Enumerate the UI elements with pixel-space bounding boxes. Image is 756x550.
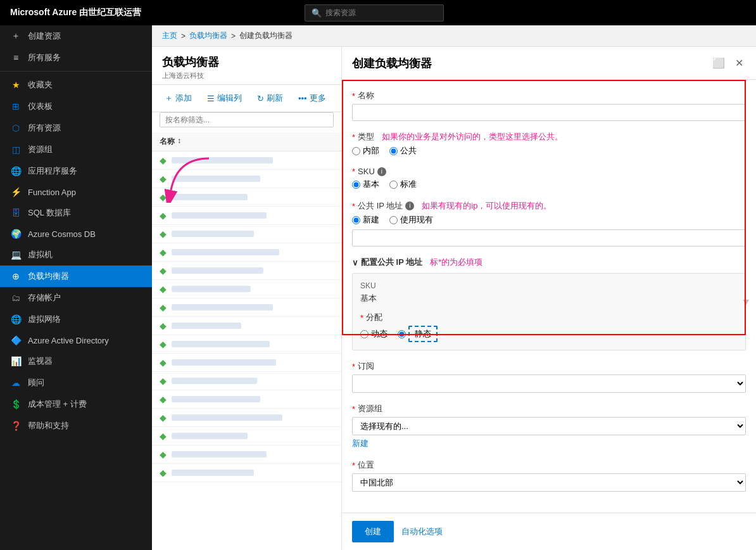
sidebar-item-advisor[interactable]: ☁ 顾问 bbox=[0, 372, 152, 393]
list-item[interactable]: ◆ bbox=[152, 298, 341, 317]
close-button[interactable]: ✕ bbox=[733, 54, 746, 72]
maximize-button[interactable]: ⬜ bbox=[710, 54, 728, 72]
sku-sub-label: SKU bbox=[360, 281, 738, 290]
name-required-star: * bbox=[352, 91, 355, 101]
sidebar-item-function-app[interactable]: ⚡ Function App bbox=[0, 182, 152, 202]
configure-ip-collapse-icon[interactable]: ∨ bbox=[352, 258, 358, 267]
public-ip-info-icon[interactable]: i bbox=[405, 201, 414, 210]
distribution-dynamic-option[interactable]: 动态 bbox=[360, 328, 387, 340]
app-services-icon: 🌐 bbox=[10, 166, 22, 176]
item-name-bar bbox=[172, 176, 260, 182]
sku-basic-radio[interactable] bbox=[352, 181, 360, 189]
lb-item-icon: ◆ bbox=[160, 174, 167, 184]
item-name-bar bbox=[172, 212, 267, 219]
refresh-button[interactable]: ↻ 刷新 bbox=[252, 90, 288, 106]
lb-item-icon: ◆ bbox=[160, 376, 167, 386]
edit-columns-button[interactable]: ☰ 编辑列 bbox=[202, 90, 247, 106]
lb-item-icon: ◆ bbox=[160, 192, 167, 202]
app-title: Microsoft Azure 由世纪互联运营 bbox=[10, 7, 141, 18]
sidebar-item-all-resources[interactable]: ⬡ 所有资源 bbox=[0, 117, 152, 139]
public-ip-existing-option[interactable]: 使用现有 bbox=[389, 214, 433, 226]
location-required-star: * bbox=[352, 461, 355, 470]
name-input[interactable] bbox=[352, 104, 746, 121]
sku-basic-option[interactable]: 基本 bbox=[352, 179, 379, 190]
sidebar-item-cosmos-db[interactable]: 🌍 Azure Cosmos DB bbox=[0, 224, 152, 244]
list-item[interactable]: ◆ bbox=[152, 243, 341, 262]
list-item[interactable]: ◆ bbox=[152, 335, 341, 354]
location-select[interactable]: 中国北部 中国东部 中国北部2 中国东部2 bbox=[352, 473, 746, 492]
distribution-dynamic-radio[interactable] bbox=[360, 330, 369, 338]
sku-standard-radio[interactable] bbox=[389, 181, 398, 189]
sku-standard-option[interactable]: 标准 bbox=[389, 179, 417, 190]
resource-group-select[interactable]: 选择现有的... bbox=[352, 417, 746, 435]
automation-button[interactable]: 自动化选项 bbox=[401, 526, 443, 537]
lb-item-icon: ◆ bbox=[160, 229, 167, 239]
list-item[interactable]: ◆ bbox=[152, 170, 341, 188]
list-item[interactable]: ◆ bbox=[152, 262, 341, 280]
type-label: * 类型 如果你的业务是对外访问的，类型这里选择公共。 bbox=[352, 131, 746, 143]
lb-item-icon: ◆ bbox=[160, 394, 167, 404]
list-item[interactable]: ◆ bbox=[152, 354, 341, 372]
sidebar-item-vnet[interactable]: 🌐 虚拟网络 bbox=[0, 309, 152, 330]
type-public-radio[interactable] bbox=[389, 147, 398, 155]
more-label: 更多 bbox=[310, 93, 326, 104]
distribution-static-option[interactable]: 静态 bbox=[398, 326, 438, 342]
list-item[interactable]: ◆ bbox=[152, 445, 341, 464]
subscription-select[interactable] bbox=[352, 374, 746, 393]
public-ip-input[interactable] bbox=[352, 229, 746, 246]
create-button[interactable]: 创建 bbox=[352, 521, 394, 542]
list-item[interactable]: ◆ bbox=[152, 317, 341, 335]
type-internal-option[interactable]: 内部 bbox=[352, 145, 379, 157]
list-item[interactable]: ◆ bbox=[152, 409, 341, 427]
ip-sub-section: SKU 基本 * 分配 动态 bbox=[352, 273, 746, 350]
sidebar-item-create[interactable]: ＋ 创建资源 bbox=[0, 25, 152, 47]
list-item[interactable]: ◆ bbox=[152, 464, 341, 482]
star-icon: ★ bbox=[10, 80, 22, 90]
sidebar-item-sql-db[interactable]: 🗄 SQL 数据库 bbox=[0, 202, 152, 224]
sidebar-item-label: Azure Active Directory bbox=[28, 336, 109, 345]
list-item[interactable]: ◆ bbox=[152, 390, 341, 409]
sidebar-item-monitor[interactable]: 📊 监视器 bbox=[0, 350, 152, 372]
public-ip-radio-group: 新建 使用现有 bbox=[352, 214, 746, 226]
location-form-group: * 位置 中国北部 中国东部 中国北部2 中国东部2 bbox=[352, 459, 746, 492]
public-ip-new-radio[interactable] bbox=[352, 216, 360, 224]
list-item[interactable]: ◆ bbox=[152, 225, 341, 243]
list-item[interactable]: ◆ bbox=[152, 207, 341, 225]
item-name-bar bbox=[172, 414, 282, 421]
public-ip-form-group: * 公共 IP 地址 i 如果有现有的ip，可以使用现有的。 新建 bbox=[352, 200, 746, 246]
list-item[interactable]: ◆ bbox=[152, 280, 341, 298]
list-item[interactable]: ◆ bbox=[152, 188, 341, 207]
new-resource-group-link[interactable]: 新建 bbox=[352, 438, 369, 448]
sidebar-item-cost-mgmt[interactable]: 💲 成本管理 + 计费 bbox=[0, 393, 152, 415]
breadcrumb-lb[interactable]: 负载均衡器 bbox=[189, 30, 227, 41]
public-ip-existing-radio[interactable] bbox=[389, 216, 398, 224]
panel-subtitle: 上海选云科技 bbox=[162, 71, 331, 80]
subscription-label-text: 订阅 bbox=[358, 361, 374, 372]
type-internal-radio[interactable] bbox=[352, 147, 360, 155]
more-button[interactable]: ••• 更多 bbox=[293, 90, 331, 106]
sidebar-item-aad[interactable]: 🔷 Azure Active Directory bbox=[0, 330, 152, 350]
sidebar-item-dashboard[interactable]: ⊞ 仪表板 bbox=[0, 96, 152, 117]
list-item[interactable]: ◆ bbox=[152, 372, 341, 390]
list-item[interactable]: ◆ bbox=[152, 151, 341, 170]
public-ip-new-label: 新建 bbox=[363, 214, 379, 226]
sidebar-item-help[interactable]: ❓ 帮助和支持 bbox=[0, 415, 152, 437]
sku-info-icon[interactable]: i bbox=[377, 167, 386, 176]
list-item[interactable]: ◆ bbox=[152, 427, 341, 445]
sidebar-item-label: Function App bbox=[28, 188, 76, 197]
search-bar[interactable]: 🔍 搜索资源 bbox=[305, 4, 444, 22]
sidebar-item-app-services[interactable]: 🌐 应用程序服务 bbox=[0, 160, 152, 182]
sidebar-item-load-balancer[interactable]: ⊕ 负载均衡器 bbox=[0, 265, 152, 287]
sidebar-item-all-services[interactable]: ≡ 所有服务 bbox=[0, 47, 152, 68]
sidebar-item-vm[interactable]: 💻 虚拟机 bbox=[0, 244, 152, 265]
add-button[interactable]: ＋ 添加 bbox=[160, 90, 197, 106]
list-search-input[interactable] bbox=[160, 112, 334, 127]
distribution-static-radio[interactable] bbox=[398, 330, 406, 338]
sidebar-item-storage[interactable]: 🗂 存储帐户 bbox=[0, 287, 152, 309]
public-ip-new-option[interactable]: 新建 bbox=[352, 214, 379, 226]
item-name-bar bbox=[172, 378, 257, 384]
sidebar-item-resource-groups[interactable]: ◫ 资源组 bbox=[0, 139, 152, 160]
type-public-option[interactable]: 公共 bbox=[389, 145, 417, 157]
sidebar-item-favorites[interactable]: ★ 收藏夹 bbox=[0, 74, 152, 96]
breadcrumb-home[interactable]: 主页 bbox=[162, 30, 177, 41]
